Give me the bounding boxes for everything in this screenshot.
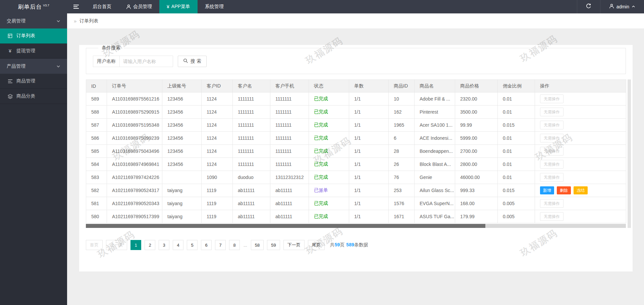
- cell-commission: 0.01: [498, 132, 535, 145]
- pagination-page-5[interactable]: 5: [187, 240, 198, 250]
- status-badge: 已完成: [314, 96, 328, 101]
- pagination-ellipsis: ...: [243, 240, 248, 250]
- cell-customer-phone: 1111111: [270, 93, 309, 106]
- cell-parent-account: taiyang: [162, 197, 202, 210]
- cell-order-no: A11031698975561216: [107, 93, 162, 106]
- pagination-first[interactable]: 首页: [86, 240, 103, 250]
- col-header-0: ID: [86, 80, 107, 93]
- cell-order-count: 1/1: [349, 106, 389, 119]
- cell-order-count: 1/1: [349, 171, 389, 184]
- layers-icon: [7, 94, 13, 99]
- pagination-summary: 共59页589条数据: [330, 242, 368, 248]
- pagination-page-6[interactable]: 6: [201, 240, 212, 250]
- cell-order-no: A10211697897424226: [107, 171, 162, 184]
- pagination-page-2[interactable]: 2: [145, 240, 155, 250]
- cell-order-no: A11031698975043496: [107, 145, 162, 158]
- cell-actions: 无需操作: [535, 171, 626, 184]
- cell-order-count: 1/1: [349, 184, 389, 197]
- pagination-page-4[interactable]: 4: [173, 240, 183, 250]
- cell-status: 已完成: [309, 210, 349, 223]
- pagination-page-59[interactable]: 59: [267, 240, 280, 250]
- sidebar: 交易管理订单列表¥提现管理产品管理商品管理商品分类: [0, 13, 67, 305]
- sidebar-item-label: 商品管理: [16, 78, 35, 84]
- horizontal-scrollbar-track[interactable]: [86, 224, 626, 228]
- cell-product-id: 1965: [389, 119, 415, 132]
- delete-button[interactable]: 删除: [557, 186, 571, 194]
- table-row: 582A10211697890524317taiyang1119ab11111a…: [86, 184, 626, 197]
- table-row: 580A10211697890517399taiyang1119ab11111a…: [86, 210, 626, 223]
- vertical-scrollbar-track[interactable]: [628, 79, 631, 228]
- cell-id: 585: [86, 145, 107, 158]
- search-button[interactable]: 搜 索: [178, 56, 207, 67]
- cell-commission: 0.015: [498, 119, 535, 132]
- cell-parent-account: taiyang: [162, 184, 202, 197]
- col-header-6: 状态: [309, 80, 349, 93]
- cell-customer-phone: ab11111: [270, 210, 309, 223]
- pagination-page-58[interactable]: 58: [251, 240, 264, 250]
- cell-order-no: A11031698975290915: [107, 106, 162, 119]
- cell-commission: 0.005: [498, 197, 535, 210]
- sidebar-item-product-management[interactable]: 产品管理: [0, 59, 67, 74]
- list-icon: [7, 79, 13, 83]
- refresh-button[interactable]: [577, 0, 600, 13]
- nav-item-system[interactable]: 系统管理: [198, 0, 231, 13]
- chevron-down-icon: [56, 64, 60, 68]
- cell-customer-name: 1111111: [233, 93, 270, 106]
- cell-order-count: 1/1: [349, 210, 389, 223]
- user-menu[interactable]: admin: [600, 0, 644, 13]
- pagination-last[interactable]: 尾页: [308, 240, 325, 250]
- status-badge: 已完成: [314, 109, 328, 114]
- cell-customer-phone: 1111111: [270, 119, 309, 132]
- cell-customer-id: 1124: [202, 106, 233, 119]
- cell-customer-id: 1124: [202, 132, 233, 145]
- cell-actions: 无需操作: [535, 145, 626, 158]
- table-row: 587A110316989751953481234561124111111111…: [86, 119, 626, 132]
- status-badge: 已完成: [314, 174, 328, 180]
- cell-product-id: 26: [389, 158, 415, 171]
- cell-product-name: Boendeappen...: [415, 145, 455, 158]
- table-row: 585A110316989750434961234561124111111111…: [86, 145, 626, 158]
- top-navbar: 刷单后台 V3.7 后台首页会员管理¥APP菜单系统管理 admin: [0, 0, 644, 13]
- sidebar-item-trade-management[interactable]: 交易管理: [0, 13, 67, 28]
- cell-price: 3500.00: [455, 106, 498, 119]
- cell-customer-id: 1090: [202, 171, 233, 184]
- pagination-page-7[interactable]: 7: [215, 240, 226, 250]
- sidebar-item-goods-category[interactable]: 商品分类: [0, 89, 67, 104]
- horizontal-scrollbar-thumb[interactable]: [86, 224, 485, 228]
- cell-id: 589: [86, 93, 107, 106]
- username-input[interactable]: [119, 56, 173, 67]
- cell-price: 5999.00: [455, 132, 498, 145]
- nav-item-members[interactable]: 会员管理: [119, 0, 159, 13]
- pagination-page-1[interactable]: 1: [130, 240, 141, 250]
- pagination-prev[interactable]: 上一页: [106, 240, 127, 250]
- pagination-page-3[interactable]: 3: [159, 240, 169, 250]
- cell-product-id: 162: [389, 106, 415, 119]
- user-icon: [126, 4, 131, 9]
- cell-product-name: Pinterest: [415, 106, 455, 119]
- col-header-12: 操作: [535, 80, 626, 93]
- pagination-next[interactable]: 下一页: [283, 240, 305, 250]
- freeze-button[interactable]: 冻结: [574, 186, 588, 194]
- add-button[interactable]: 新增: [540, 186, 554, 194]
- app-version: V3.7: [43, 4, 49, 7]
- no-action-button: 无需操作: [540, 160, 564, 169]
- cell-product-id: 76: [389, 171, 415, 184]
- cell-commission: 0.01: [498, 93, 535, 106]
- sidebar-item-label: 提现管理: [16, 48, 35, 54]
- sidebar-item-goods-management[interactable]: 商品管理: [0, 74, 67, 89]
- status-badge: 已派单: [314, 187, 328, 193]
- cell-customer-name: ab11111: [233, 210, 270, 223]
- pagination-page-8[interactable]: 8: [229, 240, 240, 250]
- nav-item-home[interactable]: 后台首页: [85, 0, 119, 13]
- no-action-button: 无需操作: [540, 134, 564, 142]
- col-header-7: 单数: [349, 80, 389, 93]
- nav-item-app-menu[interactable]: ¥APP菜单: [159, 0, 198, 13]
- sidebar-item-withdraw-management[interactable]: ¥提现管理: [0, 44, 67, 59]
- sidebar-item-order-list[interactable]: 订单列表: [0, 28, 67, 44]
- cell-customer-phone: 1111111: [270, 145, 309, 158]
- orders-table-wrap: ID订单号上级账号客户ID客户名客户手机状态单数商品ID商品名商品价格佣金比例操…: [86, 79, 626, 223]
- cell-parent-account: 123456: [162, 145, 202, 158]
- collapse-menu-icon[interactable]: [67, 0, 85, 13]
- cell-price: 168.00: [455, 197, 498, 210]
- orders-table: ID订单号上级账号客户ID客户名客户手机状态单数商品ID商品名商品价格佣金比例操…: [86, 79, 626, 223]
